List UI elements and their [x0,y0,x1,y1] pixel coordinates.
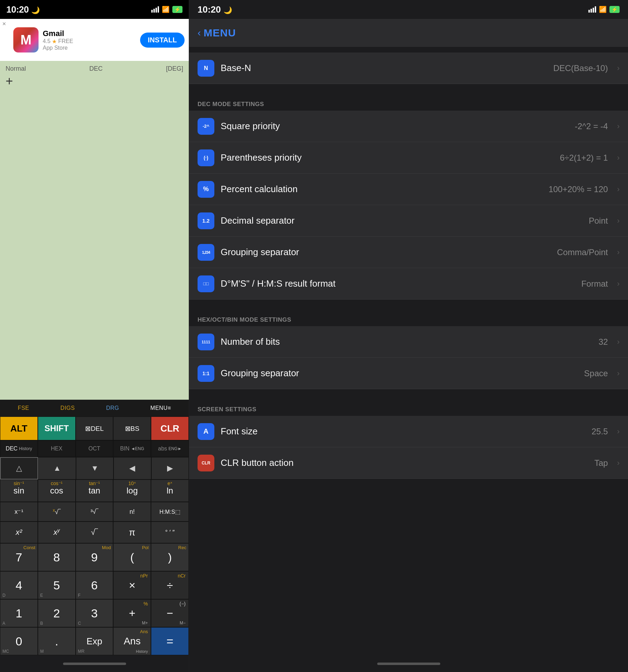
grouping-sep-hex-item[interactable]: 1:1 Grouping separator Space › [189,358,628,389]
font-size-chevron: › [617,427,620,436]
pi-button[interactable]: π [113,522,151,543]
right-button[interactable]: ▶ [151,457,189,479]
numpad-row-7: Const 7 8 Mod 9 Pol ( Rec ) [0,543,189,571]
clr-action-label: CLR button action [221,457,588,468]
oct-mode-button[interactable]: OCT [76,440,113,457]
sq-row: x² xy √‾ π ° ′ ″ [0,522,189,543]
btn-lparen[interactable]: Pol ( [113,543,151,571]
font-size-label: Font size [221,426,585,437]
del-button[interactable]: ⊠DEL [76,416,113,440]
base-n-value: DEC(Base-10) [553,63,608,73]
btn-exp[interactable]: MR Exp [76,627,113,655]
grouping-sep-dec-value: Comma/Point [557,247,608,257]
bin-mode-button[interactable]: BIN ◄ENG [113,440,151,457]
sqrt-button[interactable]: √‾ [76,522,113,543]
dec-mode-button[interactable]: DEC History [0,440,38,457]
decimal-sep-item[interactable]: 1.2 Decimal separator Point › [189,205,628,237]
ad-close-button[interactable]: ✕ [2,21,6,27]
btn-9[interactable]: Mod 9 [76,543,113,571]
x2-button[interactable]: x² [0,522,38,543]
separator-3 [189,389,628,398]
tan-inv-button[interactable]: tan⁻¹ tan [76,479,113,502]
clr-button[interactable]: CLR [151,416,189,440]
parens-priority-value: 6÷2(1+2) = 1 [560,153,608,163]
font-size-item[interactable]: A Font size 25.5 › [189,416,628,447]
clr-action-icon: CLR [198,455,214,471]
grouping-sep-dec-item[interactable]: 1,234 Grouping separator Comma/Point › [189,237,628,268]
hex-mode-button[interactable]: HEX [38,440,76,457]
numpad-row-0: MC 0 M . MR Exp Ans Ans History = [0,627,189,655]
btn-1[interactable]: A 1 [0,599,38,627]
num-bits-item[interactable]: 1111 Number of bits 32 › [189,326,628,358]
hms-format-item[interactable]: □□ D°M'S" / H:M:S result format Format › [189,268,628,300]
up-outline-button[interactable]: △ [0,457,38,479]
btn-plus[interactable]: % + M+ [113,599,151,627]
percent-calc-item[interactable]: % Percent calculation 100+20% = 120 › [189,174,628,205]
deg-min-sec-button[interactable]: ° ′ ″ [151,522,189,543]
bs-button[interactable]: ⊠BS [113,416,151,440]
shift-button[interactable]: SHIFT [38,416,76,440]
ad-banner[interactable]: ✕ M Gmail 4.5 ★ FREE App Store INSTALL [0,19,189,61]
x-inv-button[interactable]: x⁻¹ [0,502,38,522]
btn-6[interactable]: F 6 [76,571,113,599]
square-priority-label: Square priority [221,121,568,132]
btn-rparen[interactable]: Rec ) [151,543,189,571]
btn-minus[interactable]: (−) − M− [151,599,189,627]
down-button[interactable]: ▼ [76,457,113,479]
btn-7[interactable]: Const 7 [0,543,38,571]
arrow-row: △ ▲ ▼ ◀ ▶ [0,457,189,479]
base-n-item[interactable]: N Base-N DEC(Base-10) › [189,52,628,84]
abs-mode-button[interactable]: abs ENG► [151,440,189,457]
decimal-sep-value: Point [589,216,608,226]
btn-dot[interactable]: M . [38,627,76,655]
menu-back-icon[interactable]: ‹ [198,27,201,38]
sin-inv-button[interactable]: sin⁻¹ sin [0,479,38,502]
hms-button[interactable]: H:M:S⬚ [151,502,189,522]
decimal-sep-icon: 1.2 [198,212,214,229]
dec-mode-section-header: DEC MODE SETTINGS [189,92,628,111]
alt-button[interactable]: ALT [0,416,38,440]
log-button[interactable]: 10ˣ log [113,479,151,502]
factorial-button[interactable]: n! [113,502,151,522]
btn-5[interactable]: E 5 [38,571,76,599]
cbrt-button[interactable]: ³√‾ [76,502,113,522]
svg-rect-3 [158,6,159,13]
btn-equals[interactable]: = [151,627,189,655]
parens-priority-icon: (·) [198,149,214,166]
parens-priority-label: Parentheses priority [221,152,553,163]
ln-button[interactable]: eˣ ln [151,479,189,502]
menu-label[interactable]: MENU≡ [150,405,171,411]
right-status-bar: 10:20 🌙 📶 ⚡ [189,0,628,19]
up-button[interactable]: ▲ [38,457,76,479]
btn-3[interactable]: C 3 [76,599,113,627]
pow-row: x⁻¹ x√‾ ³√‾ n! H:M:S⬚ [0,502,189,522]
btn-2[interactable]: B 2 [38,599,76,627]
ad-install-button[interactable]: INSTALL [140,33,185,48]
x-root-button[interactable]: x√‾ [38,502,76,522]
menu-header[interactable]: ‹ MENU [189,19,628,47]
square-priority-item[interactable]: -2^ Square priority -2^2 = -4 › [189,111,628,142]
btn-divide[interactable]: nCr ÷ [151,571,189,599]
left-home-indicator [0,655,189,672]
right-signal-icon [588,6,596,13]
cos-inv-button[interactable]: cos⁻¹ cos [38,479,76,502]
screen-section-header: SCREEN SETTINGS [189,398,628,416]
btn-multiply[interactable]: nPr × [113,571,151,599]
btn-8[interactable]: 8 [38,543,76,571]
trig-inverse-row: sin⁻¹ sin cos⁻¹ cos tan⁻¹ tan 10ˣ log eˣ… [0,479,189,502]
base-n-label: Base-N [221,63,547,74]
separator-1 [189,84,628,92]
btn-ans[interactable]: Ans Ans History [113,627,151,655]
parens-priority-item[interactable]: (·) Parentheses priority 6÷2(1+2) = 1 › [189,142,628,174]
row-alt-shift: ALT SHIFT ⊠DEL ⊠BS CLR [0,416,189,440]
decimal-sep-chevron: › [617,216,620,225]
display-mode-dec: DEC [89,65,103,72]
left-home-bar [63,663,126,665]
xy-button[interactable]: xy [38,522,76,543]
btn-4[interactable]: D 4 [0,571,38,599]
left-button[interactable]: ◀ [113,457,151,479]
svg-rect-7 [595,6,596,13]
hms-format-label: D°M'S" / H:M:S result format [221,278,575,289]
btn-0[interactable]: MC 0 [0,627,38,655]
clr-action-item[interactable]: CLR CLR button action Tap › [189,447,628,479]
